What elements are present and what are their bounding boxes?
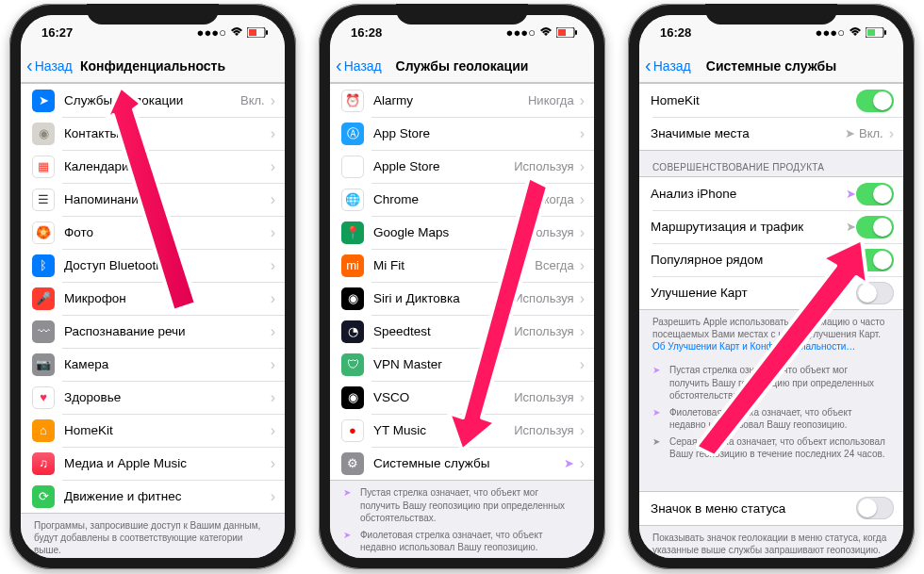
- chevron-right-icon: ›: [271, 158, 275, 175]
- location-arrow-icon: ➤: [846, 253, 856, 267]
- chevron-right-icon: ›: [580, 92, 585, 109]
- row-routing-traffic[interactable]: Маршрутизация и трафик ➤: [639, 210, 903, 243]
- signal-icon: ●●●○: [197, 25, 226, 40]
- row-microphone[interactable]: 🎤 Микрофон ›: [21, 282, 285, 315]
- chevron-right-icon: ›: [271, 92, 275, 109]
- toggle-homekit[interactable]: [856, 90, 894, 112]
- chevron-right-icon: ›: [271, 257, 275, 274]
- row-reminders[interactable]: ☰ Напоминания ›: [21, 183, 285, 216]
- chevron-right-icon: ›: [271, 224, 275, 241]
- chevron-right-icon: ›: [580, 257, 585, 274]
- chevron-right-icon: ›: [580, 389, 585, 406]
- content-scroll[interactable]: ⏰AlarmyНикогда› ⒶApp Store› Apple StoreИ…: [330, 83, 594, 558]
- status-icons: ●●●○: [816, 25, 886, 40]
- row-ytmusic[interactable]: ●YT MusicИспользуя›: [330, 414, 594, 447]
- app-icon: ◉: [341, 386, 364, 409]
- row-alarmy[interactable]: ⏰AlarmyНикогда›: [330, 84, 594, 117]
- location-arrow-icon: ➤: [564, 456, 574, 470]
- nav-title: Службы геолокации: [396, 58, 529, 74]
- row-system-services[interactable]: ⚙Системные службы➤›: [330, 447, 594, 480]
- photos-icon: 🏵️: [32, 221, 55, 244]
- chevron-right-icon: ›: [580, 125, 585, 142]
- nav-title: Системные службы: [706, 58, 836, 74]
- row-iphone-analytics[interactable]: Анализ iPhone ➤: [639, 177, 903, 210]
- chevron-right-icon: ›: [271, 389, 275, 406]
- chevron-right-icon: ›: [271, 455, 275, 472]
- row-applestore[interactable]: Apple StoreИспользуя›: [330, 150, 594, 183]
- nav-bar: ‹ Назад Конфиденциальность: [21, 49, 285, 83]
- status-icons: ●●●○: [506, 25, 577, 40]
- row-improve-maps[interactable]: Улучшение Карт: [639, 276, 903, 309]
- chevron-left-icon: ‹: [26, 55, 33, 76]
- chevron-right-icon: ›: [271, 125, 275, 142]
- row-motion[interactable]: ⟳ Движение и фитнес ›: [21, 480, 285, 513]
- row-googlemaps[interactable]: 📍Google MapsИспользуя›: [330, 216, 594, 249]
- row-appstore[interactable]: ⒶApp Store›: [330, 117, 594, 150]
- footer-mid: Разрешить Apple использовать информацию …: [639, 310, 903, 358]
- location-arrow-icon: ➤: [846, 187, 856, 201]
- content-scroll[interactable]: ➤ Службы геолокации Вкл. › ◉ Контакты › …: [21, 83, 285, 558]
- chevron-right-icon: ›: [271, 422, 275, 439]
- row-bluetooth[interactable]: ᛒ Доступ Bluetooth ›: [21, 249, 285, 282]
- row-photos[interactable]: 🏵️ Фото ›: [21, 216, 285, 249]
- row-vsco[interactable]: ◉VSCOИспользуя›: [330, 381, 594, 414]
- row-homekit[interactable]: ⌂ HomeKit ›: [21, 414, 285, 447]
- app-icon: Ⓐ: [341, 123, 364, 145]
- row-media[interactable]: ♫ Медиа и Apple Music ›: [21, 447, 285, 480]
- chevron-right-icon: ›: [271, 191, 275, 208]
- toggle-popular[interactable]: [856, 249, 894, 271]
- notch: [87, 4, 219, 25]
- row-mifit[interactable]: miMi FitВсегда›: [330, 249, 594, 282]
- arrow-gray-icon: ➤: [652, 435, 664, 461]
- svg-rect-5: [575, 30, 577, 35]
- row-calendars[interactable]: ▦ Календари ›: [21, 150, 285, 183]
- app-icon: 📍: [341, 221, 364, 244]
- phone-1: 16:27 ●●●○ ‹ Назад Конфиденциальность ➤ …: [9, 4, 296, 569]
- toggle-status-icon[interactable]: [856, 497, 894, 519]
- clock: 16:28: [660, 25, 691, 40]
- row-location-services[interactable]: ➤ Службы геолокации Вкл. ›: [21, 84, 285, 117]
- battery-icon: [866, 27, 886, 38]
- back-button[interactable]: ‹ Назад: [645, 55, 691, 76]
- content-scroll[interactable]: HomeKit Значимые места ➤ Вкл. › СОВЕРШЕН…: [639, 83, 903, 558]
- chevron-right-icon: ›: [580, 323, 585, 340]
- row-significant-locations[interactable]: Значимые места ➤ Вкл. ›: [639, 117, 903, 150]
- app-icon: ●: [341, 419, 364, 442]
- chevron-right-icon: ›: [580, 224, 585, 241]
- svg-rect-10: [867, 29, 875, 36]
- health-icon: ♥: [32, 386, 55, 409]
- chevron-left-icon: ‹: [336, 55, 342, 76]
- row-homekit[interactable]: HomeKit: [639, 84, 903, 117]
- footer-note-1: Программы, запросившие доступ к Вашим да…: [21, 514, 285, 558]
- row-status-icon[interactable]: Значок в меню статуса: [639, 492, 903, 525]
- chevron-right-icon: ›: [271, 290, 275, 307]
- row-siri[interactable]: ◉Siri и ДиктовкаИспользуя›: [330, 282, 594, 315]
- back-button[interactable]: ‹ Назад: [26, 55, 73, 76]
- row-contacts[interactable]: ◉ Контакты ›: [21, 117, 285, 150]
- toggle-analytics[interactable]: [856, 183, 894, 205]
- toggle-routing[interactable]: [856, 216, 894, 238]
- row-vpnmaster[interactable]: 🛡VPN Master›: [330, 348, 594, 381]
- row-health[interactable]: ♥ Здоровье ›: [21, 381, 285, 414]
- back-label: Назад: [653, 58, 691, 74]
- chevron-right-icon: ›: [580, 455, 585, 472]
- row-speech[interactable]: 〰 Распознавание речи ›: [21, 315, 285, 348]
- back-button[interactable]: ‹ Назад: [336, 55, 382, 76]
- battery-icon: [247, 27, 268, 38]
- chevron-right-icon: ›: [580, 290, 585, 307]
- row-popular-near[interactable]: Популярное рядом ➤: [639, 243, 903, 276]
- privacy-link[interactable]: Об Улучшении Карт и Конфиденциальности…: [652, 341, 855, 352]
- row-chrome[interactable]: 🌐ChromeНикогда›: [330, 183, 594, 216]
- clock: 16:27: [41, 25, 73, 40]
- chevron-right-icon: ›: [889, 125, 894, 142]
- chevron-left-icon: ‹: [645, 55, 652, 76]
- toggle-improve-maps[interactable]: [856, 282, 894, 304]
- row-speedtest[interactable]: ◔SpeedtestИспользуя›: [330, 315, 594, 348]
- row-camera[interactable]: 📷 Камера ›: [21, 348, 285, 381]
- arrow-outline-icon: ➤: [652, 364, 664, 402]
- phone-3: 16:28 ●●●○ ‹ Назад Системные службы Home…: [628, 4, 915, 569]
- arrow-gray-icon: ➤: [343, 558, 355, 559]
- chevron-right-icon: ›: [271, 356, 275, 373]
- wifi-icon: [539, 27, 553, 37]
- back-label: Назад: [35, 58, 73, 74]
